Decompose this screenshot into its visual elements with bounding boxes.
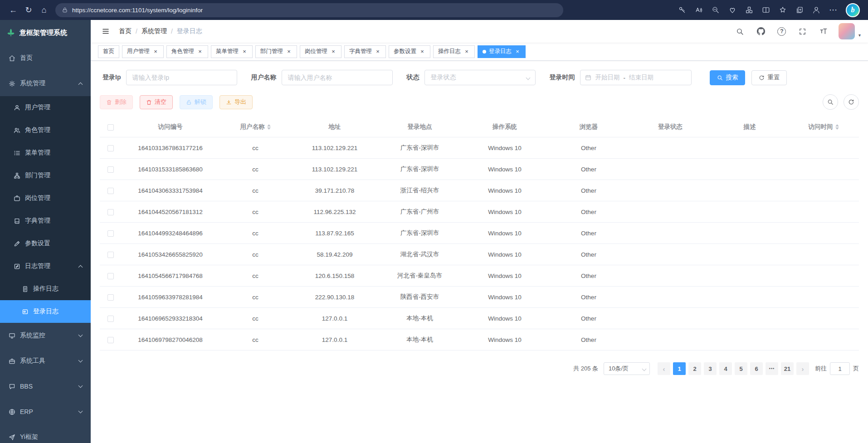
header-search-icon[interactable] (734, 25, 746, 37)
sidebar-item-post-mgmt[interactable]: 岗位管理 (0, 187, 91, 209)
tab-menu-mgmt[interactable]: 菜单管理× (211, 45, 253, 58)
address-bar[interactable]: https://ccnetcore.com:1101/system/log/lo… (55, 3, 563, 17)
prev-page-button[interactable]: ‹ (658, 362, 670, 375)
user-name-input[interactable] (282, 70, 393, 85)
tab-role-mgmt[interactable]: 角色管理× (166, 45, 208, 58)
sidebar-item-dict-mgmt[interactable]: 字典管理 (0, 209, 91, 232)
sidebar-item-login-log[interactable]: 登录日志 (0, 300, 91, 323)
reset-button[interactable]: 重置 (751, 70, 787, 85)
extensions-icon[interactable] (745, 6, 753, 14)
status-select[interactable]: 登录状态 (424, 70, 536, 85)
page-size-select[interactable]: 10条/页 (604, 362, 650, 375)
clear-button[interactable]: 清空 (140, 95, 173, 109)
row-checkbox[interactable] (107, 209, 114, 215)
tab-param-settings[interactable]: 参数设置× (389, 45, 430, 58)
tab-dict-mgmt[interactable]: 字典管理× (344, 45, 386, 58)
sidebar-item-system[interactable]: 系统管理 (0, 71, 91, 96)
collections-icon[interactable] (795, 6, 804, 14)
split-screen-icon[interactable] (762, 6, 770, 14)
sidebar-item-user-mgmt[interactable]: 用户管理 (0, 96, 91, 119)
tab-home[interactable]: 首页 (98, 45, 119, 58)
password-key-icon[interactable] (678, 6, 686, 14)
unlock-button[interactable]: 解锁 (180, 95, 213, 109)
settings-more-icon[interactable]: ⋯ (829, 2, 837, 18)
favorites-star-icon[interactable] (779, 6, 787, 14)
browser-essentials-icon[interactable] (728, 6, 736, 14)
row-checkbox[interactable] (107, 252, 114, 258)
page-button-2[interactable]: 2 (688, 362, 701, 375)
close-icon[interactable]: × (419, 49, 425, 55)
refresh-table-icon[interactable] (844, 94, 859, 110)
sidebar-item-monitor[interactable]: 系统监控 (0, 323, 91, 348)
sort-icon[interactable] (267, 124, 271, 130)
export-button[interactable]: 导出 (219, 95, 253, 109)
font-size-icon[interactable] (818, 25, 829, 37)
next-page-button[interactable]: › (796, 362, 809, 375)
zoom-icon[interactable] (712, 6, 720, 14)
sidebar-item-home[interactable]: 首页 (0, 45, 91, 71)
row-checkbox[interactable] (107, 294, 114, 301)
row-checkbox[interactable] (107, 145, 114, 151)
goto-page-input[interactable] (830, 362, 850, 375)
close-icon[interactable]: × (514, 49, 521, 55)
select-all-checkbox[interactable] (107, 124, 114, 131)
page-button-4[interactable]: 4 (719, 362, 732, 375)
more-pages-button[interactable]: ••• (766, 362, 778, 375)
tab-oper-log[interactable]: 操作日志× (433, 45, 475, 58)
delete-button[interactable]: 删除 (100, 95, 133, 109)
help-icon[interactable]: ? (776, 25, 788, 37)
sidebar-item-yi-framework[interactable]: Yi框架 (0, 424, 91, 443)
row-checkbox[interactable] (107, 230, 114, 237)
row-checkbox[interactable] (107, 188, 114, 194)
sidebar-item-dept-mgmt[interactable]: 部门管理 (0, 164, 91, 187)
login-ip-input[interactable] (126, 70, 237, 85)
profile-icon[interactable] (812, 6, 820, 14)
browser-home-icon[interactable]: ⌂ (36, 2, 52, 18)
page-button-3[interactable]: 3 (704, 362, 717, 375)
page-button-5[interactable]: 5 (735, 362, 747, 375)
close-icon[interactable]: × (197, 49, 203, 55)
close-icon[interactable]: × (241, 49, 248, 55)
sidebar-item-menu-mgmt[interactable]: 菜单管理 (0, 141, 91, 164)
sidebar-item-bbs[interactable]: BBS (0, 374, 91, 399)
app-logo[interactable]: 意框架管理系统 (0, 20, 91, 45)
toggle-search-icon[interactable] (823, 94, 838, 110)
row-checkbox[interactable] (107, 273, 114, 279)
page-button-1[interactable]: 1 (673, 362, 686, 375)
github-icon[interactable] (755, 25, 767, 37)
browser-back-icon[interactable]: ← (5, 2, 21, 18)
page-button-6[interactable]: 6 (750, 362, 763, 375)
search-button[interactable]: 搜索 (710, 70, 745, 85)
breadcrumb-system[interactable]: 系统管理 (141, 27, 167, 35)
site-info-lock-icon[interactable] (62, 7, 68, 13)
collapse-sidebar-icon[interactable] (98, 24, 113, 39)
row-checkbox[interactable] (107, 316, 114, 322)
sort-icon[interactable] (835, 124, 839, 130)
close-icon[interactable]: × (286, 49, 292, 55)
fullscreen-icon[interactable] (797, 25, 809, 37)
sidebar-item-param-settings[interactable]: 参数设置 (0, 232, 91, 255)
sidebar-item-role-mgmt[interactable]: 角色管理 (0, 119, 91, 141)
close-icon[interactable]: × (330, 49, 336, 55)
sidebar-item-oper-log[interactable]: 操作日志 (0, 277, 91, 300)
row-checkbox[interactable] (107, 337, 114, 343)
tab-post-mgmt[interactable]: 岗位管理× (300, 45, 341, 58)
tab-dept-mgmt[interactable]: 部门管理× (255, 45, 297, 58)
tab-login-log[interactable]: 登录日志× (478, 45, 526, 58)
close-icon[interactable]: × (375, 49, 381, 55)
browser-refresh-icon[interactable]: ↻ (21, 2, 36, 18)
avatar-caret-icon[interactable]: ▾ (858, 33, 861, 39)
user-avatar[interactable] (839, 23, 855, 39)
row-checkbox[interactable] (107, 166, 114, 173)
page-button-21[interactable]: 21 (781, 362, 794, 375)
close-icon[interactable]: × (463, 49, 470, 55)
close-icon[interactable]: × (152, 49, 159, 55)
sidebar-item-tools[interactable]: 系统工具 (0, 348, 91, 374)
read-aloud-icon[interactable] (695, 6, 703, 14)
col-visit-time[interactable]: 访问时间 (788, 117, 859, 137)
copilot-bing-icon[interactable]: b (846, 3, 860, 17)
breadcrumb-home[interactable]: 首页 (119, 27, 132, 35)
col-user-name[interactable]: 用户名称 (219, 117, 292, 137)
sidebar-item-erp[interactable]: ERP (0, 399, 91, 424)
tab-user-mgmt[interactable]: 用户管理× (122, 45, 164, 58)
